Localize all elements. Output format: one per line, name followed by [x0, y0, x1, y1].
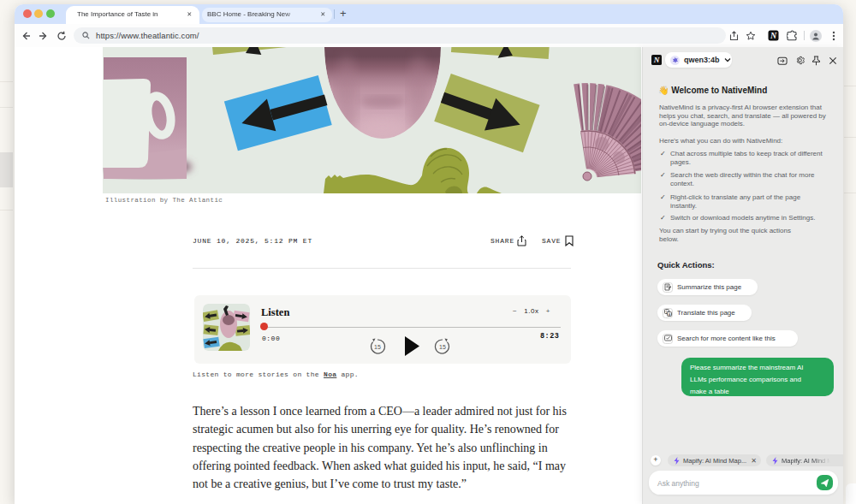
svg-text:15: 15	[439, 344, 446, 350]
svg-text:N: N	[653, 56, 660, 64]
svg-text:N: N	[769, 31, 776, 40]
svg-text:15: 15	[374, 344, 381, 350]
svg-text:A: A	[668, 312, 670, 317]
